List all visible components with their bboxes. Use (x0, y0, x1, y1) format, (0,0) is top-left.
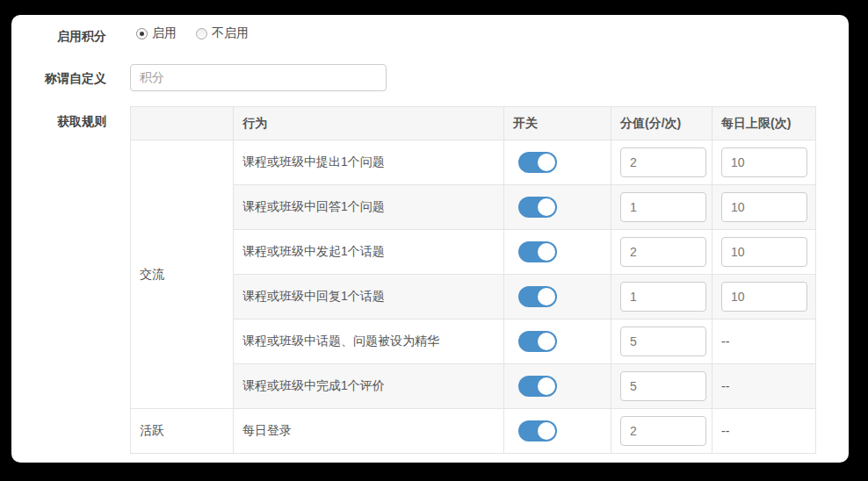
table-row: 交流课程或班级中提出1个问题 (131, 140, 816, 185)
category-cell: 活跃 (131, 409, 234, 454)
table-row: 课程或班级中回答1个问题 (131, 185, 816, 230)
category-cell: 交流 (131, 140, 234, 409)
score-input[interactable] (620, 192, 706, 222)
daily-limit-cell: -- (712, 409, 816, 454)
table-row: 课程或班级中完成1个评价-- (131, 364, 816, 409)
score-input[interactable] (620, 371, 706, 401)
toggle-knob (538, 154, 555, 171)
rules-label: 获取规则 (11, 114, 106, 128)
behavior-cell: 课程或班级中提出1个问题 (234, 140, 504, 185)
daily-limit-input[interactable] (721, 237, 807, 267)
toggle-switch[interactable] (518, 241, 557, 262)
switch-cell (504, 364, 611, 409)
behavior-cell: 课程或班级中话题、问题被设为精华 (234, 319, 504, 364)
table-header-row: 行为 开关 分值(分/次) 每日上限(次) (131, 107, 816, 140)
score-cell (611, 275, 712, 319)
toggle-switch[interactable] (518, 197, 557, 218)
settings-panel: 启用积分 启用 不启用 称谓自定义 获取规则 行为 开关 分值(分/次) (11, 15, 849, 463)
behavior-cell: 课程或班级中回答1个问题 (234, 185, 504, 230)
switch-cell (504, 319, 611, 364)
score-cell (611, 409, 712, 454)
screenshot-root: { "colors": { "accent": "#4a90ca" }, "fo… (0, 0, 868, 481)
daily-limit-cell: -- (712, 364, 816, 409)
toggle-switch[interactable] (518, 331, 557, 352)
header-score: 分值(分/次) (611, 107, 712, 140)
enable-points-label: 启用积分 (11, 29, 106, 43)
behavior-cell: 课程或班级中发起1个话题 (234, 230, 504, 275)
table-row: 活跃每日登录-- (131, 409, 816, 454)
radio-selected-icon (136, 28, 148, 39)
toggle-knob (538, 333, 555, 350)
rules-tbody: 交流课程或班级中提出1个问题课程或班级中回答1个问题课程或班级中发起1个话题课程… (131, 140, 816, 454)
toggle-knob (538, 243, 555, 261)
daily-limit-na: -- (721, 424, 729, 438)
switch-cell (504, 275, 611, 319)
score-input[interactable] (620, 416, 706, 446)
daily-limit-cell (712, 230, 816, 275)
behavior-cell: 每日登录 (234, 409, 504, 454)
header-switch: 开关 (504, 107, 611, 140)
rules-table-wrapper: 行为 开关 分值(分/次) 每日上限(次) 交流课程或班级中提出1个问题课程或班… (130, 106, 816, 454)
score-cell (611, 230, 712, 275)
toggle-knob (538, 377, 555, 395)
switch-cell (504, 140, 611, 185)
toggle-switch[interactable] (518, 286, 557, 307)
header-category (131, 107, 234, 140)
switch-cell (504, 230, 611, 275)
table-row: 课程或班级中回复1个话题 (131, 275, 816, 319)
radio-unselected-icon (196, 28, 207, 39)
daily-limit-na: -- (721, 334, 729, 348)
behavior-cell: 课程或班级中回复1个话题 (234, 275, 504, 319)
custom-name-input[interactable] (130, 64, 387, 91)
toggle-knob (538, 422, 555, 440)
score-input[interactable] (620, 282, 706, 312)
daily-limit-cell (712, 185, 816, 230)
radio-option-enable[interactable]: 启用 (136, 25, 177, 41)
score-cell (611, 185, 712, 230)
daily-limit-cell (712, 140, 816, 185)
toggle-switch[interactable] (518, 152, 557, 173)
daily-limit-input[interactable] (721, 282, 807, 312)
table-row: 课程或班级中发起1个话题 (131, 230, 816, 275)
rules-table: 行为 开关 分值(分/次) 每日上限(次) 交流课程或班级中提出1个问题课程或班… (130, 106, 816, 454)
toggle-knob (538, 198, 555, 216)
daily-limit-cell (712, 275, 816, 319)
radio-option-label: 启用 (152, 25, 177, 41)
score-input[interactable] (620, 237, 706, 267)
daily-limit-input[interactable] (721, 192, 807, 222)
custom-name-label: 称谓自定义 (11, 71, 106, 85)
daily-limit-cell: -- (712, 319, 816, 364)
toggle-switch[interactable] (518, 420, 557, 442)
score-input[interactable] (620, 147, 706, 177)
daily-limit-input[interactable] (721, 147, 807, 177)
switch-cell (504, 409, 611, 454)
enable-points-radio-group: 启用 不启用 (136, 25, 268, 41)
toggle-switch[interactable] (518, 376, 557, 397)
table-row: 课程或班级中话题、问题被设为精华-- (131, 319, 816, 364)
score-cell (611, 364, 712, 409)
daily-limit-na: -- (721, 379, 729, 393)
toggle-knob (538, 288, 555, 305)
header-behavior: 行为 (234, 107, 504, 140)
header-daily-limit: 每日上限(次) (712, 107, 816, 140)
behavior-cell: 课程或班级中完成1个评价 (234, 364, 504, 409)
score-cell (611, 140, 712, 185)
radio-option-disable[interactable]: 不启用 (196, 25, 249, 41)
score-input[interactable] (620, 327, 706, 356)
radio-option-label: 不启用 (212, 25, 249, 41)
switch-cell (504, 185, 611, 230)
score-cell (611, 319, 712, 364)
